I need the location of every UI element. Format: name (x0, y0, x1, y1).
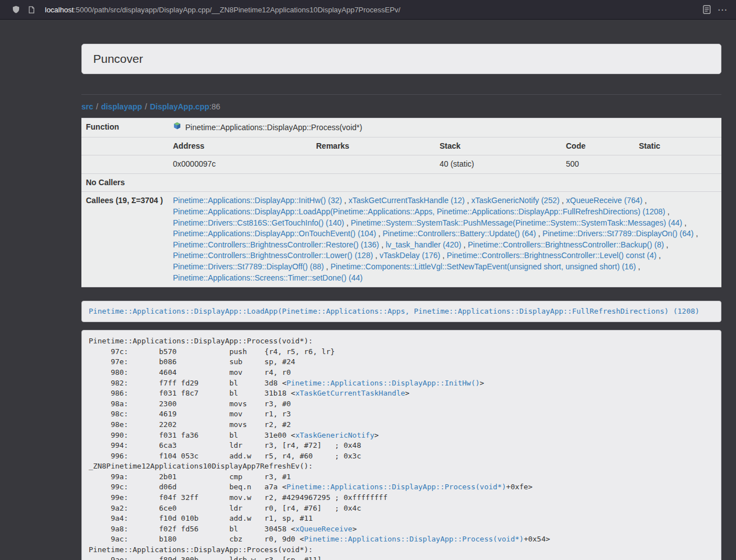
browser-toolbar: localhost:5000/path/src/displayapp/Displ… (0, 0, 736, 20)
callee-link[interactable]: vTaskDelay (176) (380, 251, 440, 260)
callee-link[interactable]: xQueueReceive (764) (566, 196, 642, 205)
stat-value-static (634, 155, 721, 174)
stat-header-address: Address (168, 137, 312, 155)
line-number: :86 (209, 102, 220, 111)
symbol-link[interactable]: xTaskGetCurrentTaskHandle (295, 389, 405, 397)
callee-link[interactable]: Pinetime::Drivers::Cst816S::GetTouchInfo… (173, 218, 344, 227)
callee-link[interactable]: Pinetime::Applications::DisplayApp::Init… (173, 196, 342, 205)
overflow-menu-icon[interactable]: ⋯ (715, 2, 730, 17)
reader-mode-icon[interactable] (699, 2, 715, 17)
no-callers-label: No Callers (81, 173, 168, 192)
breadcrumb-link-src[interactable]: src (81, 102, 93, 111)
function-table: Function Pinetime::Applications::Display… (81, 118, 721, 287)
page-info-icon[interactable] (24, 2, 39, 17)
breadcrumb-separator: / (145, 102, 147, 111)
callee-link[interactable]: Pinetime::Applications::DisplayApp::OnTo… (173, 229, 376, 238)
callee-link[interactable]: Pinetime::Controllers::BrightnessControl… (173, 251, 373, 260)
callee-link[interactable]: Pinetime::Controllers::BrightnessControl… (447, 251, 656, 260)
shield-icon[interactable] (8, 2, 24, 17)
stat-header-remarks: Remarks (312, 137, 435, 155)
breadcrumb: src/displayapp/DisplayApp.cpp:86 (81, 102, 721, 111)
callee-link[interactable]: xTaskGetCurrentTaskHandle (12) (349, 196, 465, 205)
stat-value-stack: 40 (static) (435, 155, 561, 174)
callee-link[interactable]: Pinetime::System::SystemTask::PushMessag… (351, 218, 683, 227)
table-row: Function Pinetime::Applications::Display… (81, 118, 721, 137)
callee-link[interactable]: Pinetime::Controllers::BrightnessControl… (468, 240, 664, 249)
url-path: :5000/path/src/displayapp/DisplayApp.cpp… (74, 6, 400, 14)
callee-link[interactable]: Pinetime::Controllers::BrightnessControl… (173, 240, 379, 249)
page-title: Puncover (93, 52, 710, 66)
highlighted-symbol-box: Pinetime::Applications::DisplayApp::Load… (81, 301, 721, 322)
table-row: Address Remarks Stack Code Static (81, 137, 721, 155)
url-host: localhost (45, 6, 74, 14)
breadcrumb-separator: / (96, 102, 98, 111)
symbol-link[interactable]: Pinetime::Applications::DisplayApp::Init… (286, 379, 479, 387)
callee-link[interactable]: Pinetime::Applications::DisplayApp::Load… (173, 207, 665, 216)
symbol-link[interactable]: Pinetime::Applications::DisplayApp::Proc… (304, 535, 524, 543)
callee-link[interactable]: Pinetime::Drivers::St7789::DisplayOn() (… (542, 229, 693, 238)
function-label: Function (81, 118, 168, 137)
divider (81, 94, 721, 95)
page-container: Puncover src/displayapp/DisplayApp.cpp:8… (81, 20, 721, 560)
table-row: No Callers (81, 173, 721, 192)
stat-value-remarks (312, 155, 435, 174)
callee-link[interactable]: Pinetime::Drivers::St7789::DisplayOff() … (173, 262, 324, 271)
breadcrumb-link-file[interactable]: DisplayApp.cpp (150, 102, 209, 111)
callee-link[interactable]: Pinetime::Controllers::Battery::Update()… (383, 229, 536, 238)
stat-value-code: 500 (561, 155, 634, 174)
stat-header-stack: Stack (435, 137, 561, 155)
table-row: Callees (19, Σ=3704 ) Pinetime::Applicat… (81, 192, 721, 287)
stat-header-code: Code (561, 137, 634, 155)
callees-label: Callees (19, Σ=3704 ) (81, 192, 168, 287)
function-name: Pinetime::Applications::DisplayApp::Proc… (185, 122, 362, 134)
callee-link[interactable]: Pinetime::Applications::Screens::Timer::… (173, 273, 363, 282)
symbol-link[interactable]: xTaskGenericNotify (295, 431, 374, 439)
function-icon (173, 122, 181, 134)
stat-value-address: 0x0000097c (168, 155, 312, 174)
stat-header-static: Static (634, 137, 721, 155)
highlighted-symbol-link[interactable]: Pinetime::Applications::DisplayApp::Load… (89, 307, 700, 315)
symbol-link[interactable]: xQueueReceive (295, 525, 353, 533)
address-bar[interactable]: localhost:5000/path/src/displayapp/Displ… (39, 6, 699, 14)
callee-link[interactable]: lv_task_handler (420) (386, 240, 461, 249)
callees-list: Pinetime::Applications::DisplayApp::Init… (168, 192, 721, 287)
callee-link[interactable]: Pinetime::Components::LittleVgl::SetNewT… (331, 262, 636, 271)
disassembly-listing: Pinetime::Applications::DisplayApp::Proc… (81, 330, 721, 560)
breadcrumb-link-displayapp[interactable]: displayapp (101, 102, 142, 111)
symbol-link[interactable]: Pinetime::Applications::DisplayApp::Proc… (286, 483, 506, 491)
callee-link[interactable]: xTaskGenericNotify (252) (471, 196, 559, 205)
app-header: Puncover (81, 44, 721, 74)
table-row: 0x0000097c 40 (static) 500 (81, 155, 721, 174)
